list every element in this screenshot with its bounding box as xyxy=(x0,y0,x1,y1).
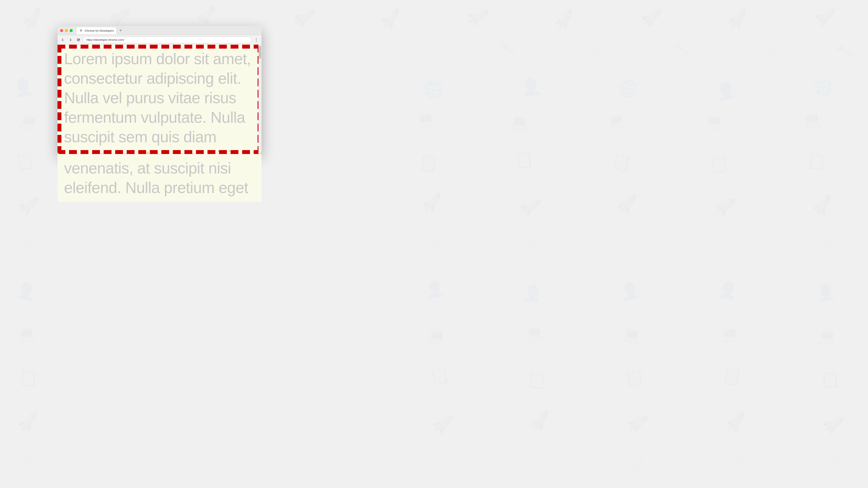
deco-html-badge: 📋 xyxy=(18,368,39,388)
back-arrow-icon xyxy=(61,38,64,42)
deco-html-badge: 📋 xyxy=(610,151,633,173)
deco-html-icon: 📄 xyxy=(629,455,648,473)
deco-html-icon: 📄 xyxy=(17,42,37,62)
back-button[interactable] xyxy=(60,37,66,43)
deco-code-icon: 💻 xyxy=(524,323,545,343)
deco-icon: 🚀 xyxy=(20,6,46,32)
deco-code-icon: 💻 xyxy=(704,112,724,131)
deco-person-icon: 👤 xyxy=(520,76,542,97)
deco-code-icon: 💻 xyxy=(415,109,436,129)
deco-html-badge: 📋 xyxy=(819,369,840,389)
reload-button[interactable] xyxy=(75,37,82,43)
svg-point-7 xyxy=(256,41,257,41)
deco-person-icon: 👤 xyxy=(715,80,738,102)
deco-html-badge: 📋 xyxy=(514,150,534,170)
svg-point-4 xyxy=(81,30,82,31)
deco-html-icon: 📄 xyxy=(715,236,735,255)
deco-icon: 🚀 xyxy=(810,193,835,218)
deco-html-icon: 📄 xyxy=(726,453,746,472)
deco-html-icon: 📄 xyxy=(433,452,453,470)
deco-html-icon: 📄 xyxy=(618,238,637,256)
deco-icon: 🚀 xyxy=(107,5,132,29)
deco-code-icon: 💻 xyxy=(18,111,40,132)
deco-icon: 🚀 xyxy=(16,411,40,434)
deco-icon: 🚀 xyxy=(821,413,846,436)
deco-icon: 🚀 xyxy=(724,411,747,433)
deco-html-badge: 📋 xyxy=(806,150,828,172)
deco-person-icon: 👤 xyxy=(619,281,642,302)
window-controls xyxy=(60,29,73,32)
more-options-button[interactable] xyxy=(253,37,259,43)
deco-icon: 🚀 xyxy=(615,193,639,216)
deco-html-badge: 📋 xyxy=(624,368,646,388)
scrollbar-thumb[interactable] xyxy=(259,46,261,59)
tab-area: Chrome for Developers + xyxy=(76,27,259,34)
deco-icon: 🚀 xyxy=(713,195,737,218)
browser-window: Chrome for Developers + xyxy=(58,26,261,154)
deco-icon: 🚀 xyxy=(291,6,316,30)
deco-html-badge: 📋 xyxy=(526,369,548,391)
page-content: Lorem ipsum dolor sit amet, consectetur … xyxy=(58,45,261,154)
deco-globe-icon: 🌐 xyxy=(617,77,641,100)
deco-person-icon: 👤 xyxy=(717,280,739,300)
svg-point-5 xyxy=(256,38,257,39)
deco-icon: 🚀 xyxy=(812,5,837,28)
deco-html-icon: 📄 xyxy=(519,239,540,259)
deco-code-icon: 💻 xyxy=(720,324,740,344)
deco-globe-icon: 🌐 xyxy=(813,77,835,98)
scrollbar[interactable] xyxy=(258,45,261,154)
close-button[interactable] xyxy=(60,29,63,32)
deco-icon: 🚀 xyxy=(194,5,218,27)
active-tab[interactable]: Chrome for Developers xyxy=(76,27,117,34)
deco-icon: 🚀 xyxy=(626,412,650,435)
deco-icon: 🚀 xyxy=(517,195,542,220)
address-bar[interactable] xyxy=(83,37,251,43)
below-browser-content: venenatis, at suscipit nisi eleifend. Nu… xyxy=(58,154,261,202)
deco-icon: 🚀 xyxy=(17,194,40,217)
deco-icon: 🚀 xyxy=(725,7,750,31)
forward-arrow-icon xyxy=(69,38,72,42)
new-tab-button[interactable]: + xyxy=(117,28,123,34)
deco-html-badge: 📋 xyxy=(721,366,744,388)
deco-html-badge: 📋 xyxy=(14,150,36,172)
maximize-button[interactable] xyxy=(70,29,73,32)
deco-html-badge: 📋 xyxy=(418,153,440,174)
deco-icon: 🚀 xyxy=(464,4,491,30)
deco-html-icon: 🔧 xyxy=(834,40,855,61)
deco-icon: 🚀 xyxy=(420,192,444,215)
deco-person-icon: 👤 xyxy=(522,283,544,304)
deco-code-icon: 💻 xyxy=(16,324,37,345)
deco-globe-icon: 🌐 xyxy=(422,79,445,101)
deco-html-badge: 📋 xyxy=(709,154,730,174)
deco-html-icon: 📄 xyxy=(824,455,843,474)
forward-button[interactable] xyxy=(67,37,73,43)
deco-person-icon: 👤 xyxy=(815,282,836,302)
lorem-text: Lorem ipsum dolor sit amet, consectetur … xyxy=(64,49,255,154)
deco-code-icon: 💻 xyxy=(621,325,643,346)
deco-person-icon: 👤 xyxy=(425,279,446,299)
deco-html-badge: 📋 xyxy=(428,365,451,387)
deco-html-icon: 📄 xyxy=(422,235,442,254)
deco-html-icon: 📄 xyxy=(758,43,779,63)
deco-person-icon: 👤 xyxy=(15,281,37,302)
nav-bar xyxy=(58,35,261,45)
deco-icon: 🚀 xyxy=(551,8,577,32)
deco-html-icon: 📄 xyxy=(18,237,37,256)
deco-code-icon: 💻 xyxy=(817,326,838,346)
deco-icon: 🚀 xyxy=(528,409,553,433)
deco-icon: 🚀 xyxy=(378,7,403,30)
deco-html-icon: 📄 xyxy=(530,456,551,476)
deco-code-icon: 💻 xyxy=(606,110,627,131)
deco-html-icon: 📄 xyxy=(812,238,833,258)
deco-html-icon: 📄 xyxy=(15,454,35,473)
deco-html-icon: 🔧 xyxy=(498,40,517,59)
deco-icon: 🚀 xyxy=(639,7,663,29)
deco-person-icon: 👤 xyxy=(12,77,34,98)
deco-html-icon: 📄 xyxy=(411,44,432,64)
chrome-logo-icon xyxy=(79,29,83,33)
deco-code-icon: 💻 xyxy=(802,109,823,129)
reload-icon xyxy=(76,38,80,42)
minimize-button[interactable] xyxy=(65,29,68,32)
title-bar: Chrome for Developers + xyxy=(58,26,261,35)
deco-code-icon: 💻 xyxy=(509,112,529,132)
